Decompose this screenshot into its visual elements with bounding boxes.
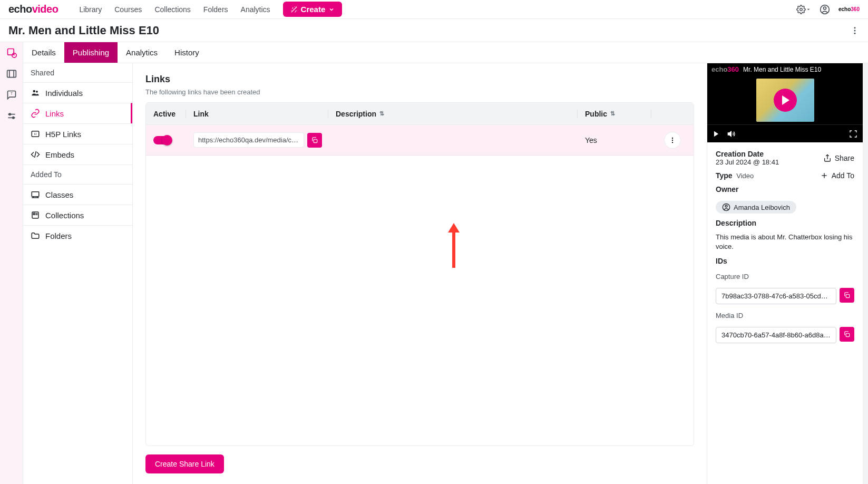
tab-analytics[interactable]: Analytics	[118, 42, 166, 63]
cell-actions	[651, 132, 694, 149]
col-public[interactable]: Public ⇅	[578, 110, 651, 118]
creation-date-label: Creation Date	[716, 150, 779, 158]
fullscreen-icon[interactable]	[849, 130, 857, 138]
tab-publishing[interactable]: Publishing	[64, 42, 118, 63]
capture-id-field[interactable]: 7b98ac33-0788-47c6-a583-05cdd161...	[716, 288, 836, 304]
svg-point-0	[800, 8, 803, 11]
sidebar-item-individuals[interactable]: Individuals	[23, 82, 132, 103]
rail-info[interactable]	[5, 46, 18, 59]
brand-logo[interactable]: echovideo	[8, 3, 58, 15]
nav-collections[interactable]: Collections	[154, 5, 190, 14]
sliders-icon	[6, 111, 17, 121]
share-button[interactable]: Share	[823, 154, 854, 162]
col-desc-label: Description	[336, 110, 376, 118]
col-active[interactable]: Active	[146, 110, 186, 118]
rail-sliders[interactable]	[5, 110, 18, 122]
sidebar-item-folders[interactable]: Folders	[23, 225, 132, 246]
copy-link-button[interactable]	[307, 133, 322, 148]
sidebar-item-label: Links	[45, 109, 64, 118]
share-label: Share	[835, 154, 854, 162]
svg-text:H: H	[34, 132, 36, 135]
left-rail: T	[0, 42, 23, 484]
owner-label: Owner	[716, 185, 854, 193]
row-menu-button[interactable]	[664, 132, 681, 149]
cell-active	[146, 136, 186, 144]
copy-media-id-button[interactable]	[840, 327, 854, 342]
create-share-link-button[interactable]: Create Share Link	[145, 454, 224, 473]
owner-chip[interactable]: Amanda Leibovich	[716, 201, 796, 214]
owner-name: Amanda Leibovich	[734, 204, 790, 211]
active-toggle[interactable]	[153, 136, 171, 144]
nav-library[interactable]: Library	[79, 5, 102, 14]
svg-point-3	[823, 7, 826, 9]
svg-rect-44	[846, 334, 849, 337]
video-header: echo360 Mr. Men and Little Miss E10	[707, 63, 863, 75]
description-value: This media is about Mr. Chatterbox losin…	[716, 233, 854, 251]
sidebar-item-label: Embeds	[45, 150, 74, 159]
tab-details[interactable]: Details	[23, 42, 64, 63]
h5p-icon: H	[31, 129, 40, 139]
sidebar-item-classes[interactable]: Classes	[23, 184, 132, 205]
add-to-button[interactable]: Add To	[820, 171, 854, 180]
video-thumbnail[interactable]	[707, 75, 863, 124]
sidebar-item-h5p[interactable]: H H5P Links	[23, 123, 132, 144]
scrollbar[interactable]	[863, 63, 868, 484]
svg-rect-22	[32, 192, 39, 197]
capture-id-label: Capture ID	[716, 273, 854, 280]
tab-history[interactable]: History	[166, 42, 208, 63]
video-preview[interactable]: echo360 Mr. Men and Little Miss E10	[707, 63, 863, 142]
media-id-label: Media ID	[716, 312, 854, 320]
create-button[interactable]: Create	[283, 2, 343, 17]
rail-transcript[interactable]: T	[5, 89, 18, 101]
topbar-right: echo360	[796, 4, 860, 15]
cell-link: https://echo360qa.dev/media/ca2e...	[186, 132, 329, 148]
sidebar-heading-addedto: Added To	[23, 164, 132, 184]
sidebar-item-links[interactable]: Links	[23, 103, 132, 123]
preview-watermark: echo360	[711, 65, 739, 73]
metadata: Creation Date 23 Jul 2024 @ 18:41 Share …	[707, 142, 863, 351]
user-icon	[722, 203, 730, 211]
svg-point-18	[36, 91, 38, 93]
video-controls	[707, 124, 863, 142]
svg-rect-27	[33, 213, 35, 215]
svg-marker-1	[807, 8, 810, 10]
link-icon	[31, 109, 40, 118]
sidebar-item-label: Individuals	[45, 89, 83, 98]
page-menu-button[interactable]	[850, 26, 860, 35]
copy-icon	[311, 137, 318, 144]
film-icon	[6, 69, 17, 79]
play-button[interactable]	[774, 89, 797, 112]
links-heading: Links	[145, 74, 694, 85]
copy-capture-id-button[interactable]	[840, 288, 854, 303]
settings-button[interactable]	[796, 5, 811, 14]
svg-point-4	[854, 27, 856, 28]
sidebar-item-label: Classes	[45, 190, 73, 199]
workspace: Shared Individuals Links H H5P Links Emb…	[23, 63, 868, 484]
svg-point-15	[9, 113, 11, 115]
preview-title: Mr. Men and Little Miss E10	[743, 66, 821, 73]
table-row: https://echo360qa.dev/media/ca2e... Yes	[146, 125, 694, 156]
create-label: Create	[301, 5, 326, 14]
tabs-and-content: Details Publishing Analytics History Sha…	[23, 42, 868, 484]
nav-folders[interactable]: Folders	[203, 5, 228, 14]
media-id-field[interactable]: 3470cb70-6a57-4a8f-8b60-a6d8a952...	[716, 327, 836, 343]
plus-icon	[820, 171, 828, 180]
volume-icon[interactable]	[727, 130, 736, 138]
sidebar-item-embeds[interactable]: Embeds	[23, 144, 132, 164]
col-link[interactable]: Link	[186, 110, 328, 118]
folder-icon	[31, 231, 40, 240]
account-button[interactable]	[820, 4, 830, 15]
play-icon[interactable]	[713, 130, 720, 138]
nav-courses[interactable]: Courses	[114, 5, 142, 14]
transcript-icon: T	[6, 90, 17, 100]
page-title: Mr. Men and Little Miss E10	[8, 24, 159, 37]
link-url-field[interactable]: https://echo360qa.dev/media/ca2e...	[193, 132, 304, 148]
rail-video[interactable]	[5, 67, 18, 80]
brand-echo: echo	[8, 3, 32, 15]
code-icon	[31, 150, 40, 159]
title-row: Mr. Men and Little Miss E10	[0, 19, 868, 42]
type-label: Type	[716, 171, 733, 180]
sidebar-item-collections[interactable]: Collections	[23, 205, 132, 225]
nav-analytics[interactable]: Analytics	[241, 5, 270, 14]
col-description[interactable]: Description ⇅	[328, 110, 578, 118]
